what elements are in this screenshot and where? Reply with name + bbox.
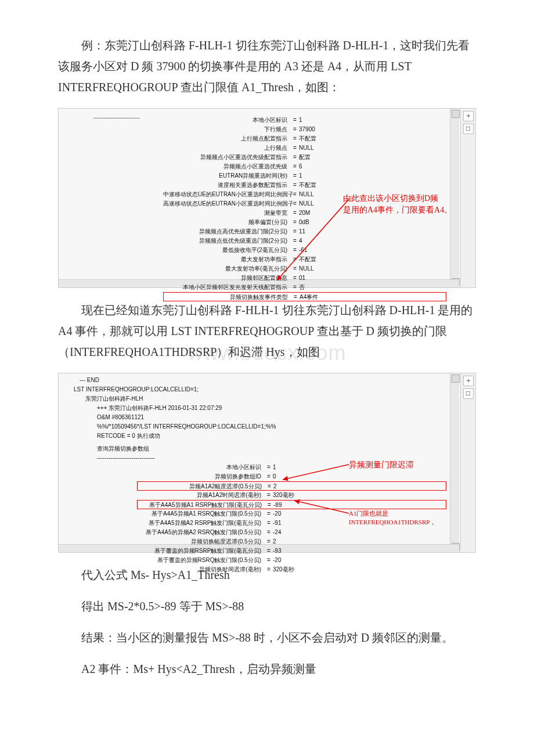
paragraph-2: 现在已经知道东莞汀山创科路 F-HLH-1 切往东莞汀山创科路 D-HLH-1 … (58, 300, 476, 362)
cmd-site: 东莞汀山创科路F-HLH (85, 394, 475, 404)
param-label: 最低接收电平(2毫瓦分贝) (163, 246, 291, 255)
param-value: 否 (299, 283, 305, 292)
param-row: 频率偏置(分贝)=0dB (163, 218, 446, 227)
param-value: 4 (299, 236, 302, 246)
cmd-end: --- END (80, 376, 475, 385)
tool-button-box[interactable]: □ (463, 388, 474, 399)
param-label: 基于A4A5异频A1 RSRP触发门限(毫瓦分贝) (138, 501, 265, 509)
param-row: 基于覆盖的异频RSRQ触发门限(0.5分贝)=-20 (137, 556, 446, 565)
param-value: 0 (273, 472, 276, 481)
param-value: NULL (299, 199, 314, 208)
param-row: 最低接收电平(2毫瓦分贝)=-61 (163, 246, 446, 255)
param-value: NULL (299, 190, 314, 199)
param-value: 2 (273, 482, 277, 490)
param-label: 异频切换参数组ID (137, 472, 265, 481)
param-value: -89 (273, 501, 282, 509)
param-label: 异频邻区配置信息 (163, 273, 291, 283)
cmd-pct: %%/*10509456*/LST INTERFREQHOGROUP:LOCAL… (97, 422, 475, 431)
param-value: -20 (273, 509, 281, 519)
param-label: 异频频点小区重选优先级 (163, 162, 291, 171)
param-row: 异频频点低优先级重选门限(2分贝)=4 (163, 236, 446, 246)
param-value: 不配置 (299, 181, 316, 190)
param-value: -20 (273, 556, 281, 565)
param-value: 320毫秒 (273, 491, 294, 500)
param-value: 1 (273, 463, 276, 472)
screenshot-2: ＋ □ --- END LST INTERFREQHOGROUP:LOCALCE… (58, 373, 476, 553)
param-value: -61 (299, 246, 307, 255)
param-row: 异频频点高优先级重选门限(2分贝)=11 (163, 227, 446, 236)
param-label: 基于覆盖的异频RSRP触发门限(毫瓦分贝) (137, 546, 265, 556)
param-label: 上行频点 (163, 143, 291, 153)
paragraph-5: 结果：当小区的测量报告 MS>-88 时，小区不会启动对 D 频邻区的测量。 (58, 627, 476, 648)
param-value: -93 (273, 546, 281, 556)
param-row: 高速移动状态UE的EUTRAN小区重选时间比例因子=NULL (163, 199, 446, 208)
separator-dashes: ------------------------ (93, 113, 140, 123)
cmd-query: LST INTERFREQHOGROUP:LOCALCELLID=1; (74, 385, 475, 394)
cmd-oam: O&M #806361121 (97, 413, 475, 422)
param-label: 上行频点配置指示 (163, 134, 291, 143)
param-row-highlight: 基于A4A5异频A1 RSRP触发门限(毫瓦分贝)=-89 (137, 500, 446, 509)
param-row: EUTRAN异频重选时间(秒)=1 (163, 171, 446, 181)
param-row: 异频频点小区重选优先级=6 (163, 162, 446, 171)
param-row: 基于覆盖的异频RSRP触发门限(毫瓦分贝)=-93 (137, 546, 446, 556)
param-row: 测量带宽=20M (163, 208, 446, 218)
cmd-section: 查询异频切换参数组 (97, 444, 475, 453)
param-row: 基于A4A5异频A1 RSRQ触发门限(0.5分贝)=-20 (137, 509, 446, 519)
param-row: 本地小区标识=1 (137, 463, 446, 472)
tool-button-plus[interactable]: ＋ (463, 376, 474, 386)
param-row: 本地小区标识=1 (163, 116, 446, 125)
param-label: 异频切换时间迟滞(毫秒) (137, 565, 265, 574)
param-row: 异频切换时间迟滞(毫秒)=320毫秒 (137, 565, 446, 574)
param-value: 20M (299, 208, 310, 218)
cmd-ret: RETCODE = 0 执行成功 (97, 431, 475, 441)
param-value: 37900 (299, 125, 315, 134)
param-value: 1 (299, 116, 302, 125)
screenshot-content: 本地小区标识=1 异频切换参数组ID=0 异频A1A2幅度迟滞(0.5分贝)=2… (59, 463, 475, 579)
param-label: 中速移动状态UE的EUTRAN小区重选时间比例因子 (163, 190, 291, 199)
param-value: 2 (273, 537, 276, 546)
param-row: 上行频点配置指示=不配置 (163, 134, 446, 143)
param-value: NULL (299, 143, 314, 153)
paragraph-6: A2 事件：Ms+ Hys<A2_Thresh，启动异频测量 (58, 658, 476, 679)
param-label: 基于覆盖的异频RSRQ触发门限(0.5分贝) (137, 556, 265, 565)
screenshot-1: ＋ □ ------------------------ 本地小区标识=1 下行… (58, 108, 476, 288)
param-row: 中速移动状态UE的EUTRAN小区重选时间比例因子=NULL (163, 190, 446, 199)
param-row: 最大发射功率(毫瓦分贝)=NULL (163, 264, 446, 273)
param-row: 上行频点=NULL (163, 143, 446, 153)
param-value: 01 (299, 273, 305, 283)
param-label: 基于A4A5异频A1 RSRQ触发门限(0.5分贝) (137, 509, 265, 519)
param-label: 异频频点小区重选优先级配置指示 (163, 153, 291, 162)
param-value: 不配置 (299, 134, 316, 143)
param-row-highlight: 异频A1A2幅度迟滞(0.5分贝)=2 (137, 481, 446, 491)
param-row: 异频A1A2时间迟滞(毫秒)=320毫秒 (137, 491, 446, 500)
param-value: 配置 (299, 153, 311, 162)
param-value: NULL (299, 264, 314, 273)
param-value: 不配置 (299, 255, 316, 264)
param-label: 异频A1A2时间迟滞(毫秒) (137, 491, 265, 500)
param-label: 高速移动状态UE的EUTRAN小区重选时间比例因子 (163, 199, 291, 208)
param-row: 本地小区异频邻区发光发射天线配置指示=否 (163, 283, 446, 292)
param-label: 本地小区异频邻区发光发射天线配置指示 (163, 283, 291, 292)
param-row: 异频切换幅度迟滞(0.5分贝)=2 (137, 537, 446, 546)
param-value: 1 (299, 171, 302, 181)
param-row: 最大发射功率指示=不配置 (163, 255, 446, 264)
param-label: 本地小区标识 (137, 463, 265, 472)
param-row: 基于A4A5的异频A2 RSRQ触发门限(0.5分贝)=-24 (137, 528, 446, 537)
param-label: 异频切换幅度迟滞(0.5分贝) (137, 537, 265, 546)
param-label: 基于A4A5的异频A2 RSRQ触发门限(0.5分贝) (137, 528, 265, 537)
screenshot-content: ------------------------ 本地小区标识=1 下行频点=3… (59, 109, 475, 306)
param-label: 最大发射功率指示 (163, 255, 291, 264)
cmd-plus: +++ 东莞汀山创科路F-HLH 2016-01-31 22:07:29 (97, 404, 475, 413)
param-row: 下行频点=37900 (163, 125, 446, 134)
param-value: 6 (299, 162, 302, 171)
paragraph-4: 得出 MS-2*0.5>-89 等于 MS>-88 (58, 596, 476, 617)
param-row: 速度相关重选参数配置指示=不配置 (163, 181, 446, 190)
cmd-dashes: ------------------------------ (97, 453, 475, 463)
param-label: EUTRAN异频重选时间(秒) (163, 171, 291, 181)
param-label: 测量带宽 (163, 208, 291, 218)
param-value: -91 (273, 519, 281, 528)
param-label: 异频频点低优先级重选门限(2分贝) (163, 236, 291, 246)
param-label: 最大发射功率(毫瓦分贝) (163, 264, 291, 273)
param-value: -24 (273, 528, 281, 537)
param-value: 11 (299, 227, 305, 236)
